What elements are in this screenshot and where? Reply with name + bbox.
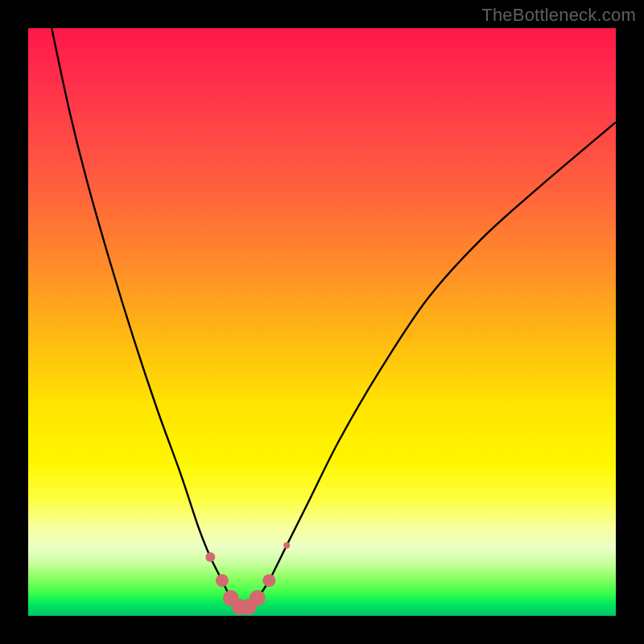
highlight-marker [232,599,248,615]
highlight-marker [241,599,257,615]
highlight-marker [216,574,229,587]
plot-area [28,28,616,616]
highlight-marker [262,574,275,587]
highlight-marker [205,552,215,562]
highlight-marker [283,542,290,548]
highlight-marker [250,590,266,606]
highlight-marker [223,590,239,606]
chart-frame: TheBottleneck.com [0,0,644,644]
watermark-text: TheBottleneck.com [481,5,636,26]
curve-layer [28,28,616,616]
highlight-markers [205,542,290,615]
bottleneck-curve [52,28,616,608]
